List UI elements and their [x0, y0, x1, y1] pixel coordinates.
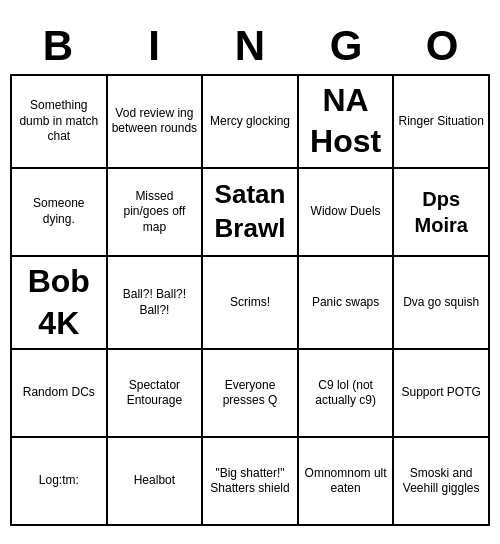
- bingo-cell-21: Healbot: [108, 438, 204, 526]
- bingo-letter-b: B: [10, 22, 106, 70]
- bingo-cell-2: Mercy glocking: [203, 76, 299, 169]
- bingo-cell-7: Satan Brawl: [203, 169, 299, 257]
- bingo-cell-24: Smoski and Veehill giggles: [394, 438, 490, 526]
- bingo-cell-22: "Big shatter!" Shatters shield: [203, 438, 299, 526]
- bingo-cell-11: Ball?! Ball?! Ball?!: [108, 257, 204, 350]
- bingo-header: BINGO: [10, 18, 490, 74]
- bingo-cell-5: Someone dying.: [12, 169, 108, 257]
- bingo-cell-10: Bob 4K: [12, 257, 108, 350]
- bingo-cell-15: Random DCs: [12, 350, 108, 438]
- bingo-cell-16: Spectator Entourage: [108, 350, 204, 438]
- bingo-letter-n: N: [202, 22, 298, 70]
- bingo-grid: Something dumb in match chatVod review i…: [10, 74, 490, 526]
- bingo-cell-4: Ringer Situation: [394, 76, 490, 169]
- bingo-cell-9: Dps Moira: [394, 169, 490, 257]
- bingo-card: BINGO Something dumb in match chatVod re…: [10, 18, 490, 526]
- bingo-cell-14: Dva go squish: [394, 257, 490, 350]
- bingo-letter-o: O: [394, 22, 490, 70]
- bingo-cell-8: Widow Duels: [299, 169, 395, 257]
- bingo-cell-3: NA Host: [299, 76, 395, 169]
- bingo-cell-13: Panic swaps: [299, 257, 395, 350]
- bingo-cell-12: Scrims!: [203, 257, 299, 350]
- bingo-cell-1: Vod review ing between rounds: [108, 76, 204, 169]
- bingo-cell-6: Missed pin/goes off map: [108, 169, 204, 257]
- bingo-cell-18: C9 lol (not actually c9): [299, 350, 395, 438]
- bingo-cell-19: Support POTG: [394, 350, 490, 438]
- bingo-cell-0: Something dumb in match chat: [12, 76, 108, 169]
- bingo-cell-23: Omnomnom ult eaten: [299, 438, 395, 526]
- bingo-letter-i: I: [106, 22, 202, 70]
- bingo-cell-17: Everyone presses Q: [203, 350, 299, 438]
- bingo-letter-g: G: [298, 22, 394, 70]
- bingo-cell-20: Log:tm:: [12, 438, 108, 526]
